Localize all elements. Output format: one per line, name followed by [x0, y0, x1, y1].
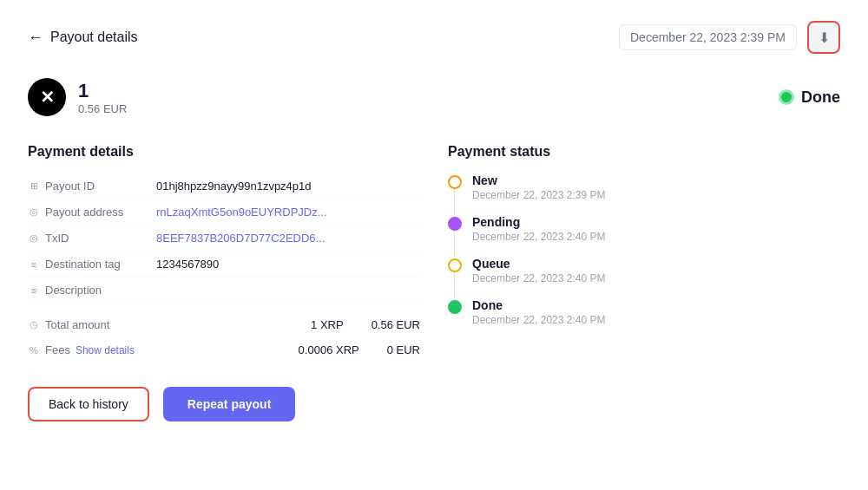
status-pending: Pending December 22, 2023 2:40 PM [448, 215, 840, 257]
payment-status-title: Payment status [448, 144, 840, 160]
description-label: ≡ Description [28, 284, 149, 297]
destination-tag-label: ≡ Destination tag [28, 258, 149, 271]
fees-icon: % [28, 344, 40, 356]
payment-details-section: Payment details ⊞ Payout ID 01hj8hpzz9na… [28, 144, 420, 421]
status-new-label: New [472, 173, 605, 187]
fees-values: 0.0006 XRP 0 EUR [299, 343, 420, 356]
show-details-link[interactable]: Show details [76, 344, 135, 356]
repeat-payout-button[interactable]: Repeat payout [163, 387, 295, 421]
action-buttons: Back to history Repeat payout [28, 387, 420, 421]
txid-icon: ◎ [28, 232, 40, 245]
done-status-label: Done [801, 88, 840, 107]
date-label: December 22, 2023 2:39 PM [619, 24, 797, 50]
txid-value[interactable]: 8EEF7837B206D7D77C2EDD6... [156, 232, 420, 245]
total-amount-label: ◷ Total amount [28, 318, 149, 331]
status-done-icon [448, 300, 462, 314]
payment-details-title: Payment details [28, 144, 420, 160]
destination-tag-row: ≡ Destination tag 1234567890 [28, 252, 420, 278]
payout-id-row: ⊞ Payout ID 01hj8hpzz9nayy99n1zvpz4p1d [28, 173, 420, 199]
asset-eur: 0.56 EUR [78, 102, 127, 115]
status-pending-time: December 22, 2023 2:40 PM [472, 231, 605, 243]
main-content: Payment details ⊞ Payout ID 01hj8hpzz9na… [28, 144, 840, 421]
destination-tag-icon: ≡ [28, 258, 40, 271]
fees-eur: 0 EUR [387, 343, 420, 356]
header-actions: December 22, 2023 2:39 PM ⬇ [619, 21, 840, 54]
payout-address-value[interactable]: rnLzaqXmtG5on9oEUYRDPJDz... [156, 206, 420, 219]
asset-details: 1 0.56 EUR [78, 80, 127, 115]
xrp-icon: ✕ [28, 78, 66, 116]
payout-id-value: 01hj8hpzz9nayy99n1zvpz4p1d [156, 180, 420, 193]
done-status: Done [779, 88, 840, 107]
asset-info: ✕ 1 0.56 EUR [28, 78, 127, 116]
download-button[interactable]: ⬇ [807, 21, 840, 54]
download-icon: ⬇ [819, 29, 830, 46]
payout-address-icon: ◎ [28, 206, 40, 219]
status-new-icon [448, 175, 462, 189]
back-nav[interactable]: ← Payout details [28, 29, 138, 47]
payout-id-label: ⊞ Payout ID [28, 180, 149, 193]
back-to-history-button[interactable]: Back to history [28, 387, 149, 421]
payout-address-label: ◎ Payout address [28, 206, 149, 219]
status-queue-label: Queue [472, 257, 605, 271]
status-new-time: December 22, 2023 2:39 PM [472, 189, 605, 201]
fees-row: % Fees Show details 0.0006 XRP 0 EUR [28, 337, 420, 363]
status-queue: Queue December 22, 2023 2:40 PM [448, 257, 840, 298]
asset-row: ✕ 1 0.56 EUR Done [28, 78, 840, 116]
done-status-icon [779, 89, 794, 105]
page-header: ← Payout details December 22, 2023 2:39 … [28, 21, 840, 54]
fees-label: % Fees Show details [28, 343, 149, 356]
total-amount-icon: ◷ [28, 319, 40, 331]
status-timeline: New December 22, 2023 2:39 PM Pending De… [448, 173, 840, 340]
total-amount-row: ◷ Total amount 1 XRP 0.56 EUR [28, 312, 420, 337]
description-row: ≡ Description [28, 278, 420, 304]
payout-id-icon: ⊞ [28, 180, 40, 193]
status-queue-time: December 22, 2023 2:40 PM [472, 272, 605, 284]
status-done-label: Done [472, 298, 605, 312]
asset-amount: 1 [78, 80, 127, 102]
status-pending-icon [448, 217, 462, 231]
txid-label: ◎ TxID [28, 232, 149, 245]
status-queue-icon [448, 258, 462, 272]
status-pending-text: Pending December 22, 2023 2:40 PM [472, 215, 605, 243]
txid-row: ◎ TxID 8EEF7837B206D7D77C2EDD6... [28, 225, 420, 252]
destination-tag-value: 1234567890 [156, 258, 420, 271]
payment-status-section: Payment status New December 22, 2023 2:3… [448, 144, 840, 421]
total-amount-values: 1 XRP 0.56 EUR [311, 318, 420, 331]
back-arrow-icon: ← [28, 29, 43, 47]
status-done: Done December 22, 2023 2:40 PM [448, 298, 840, 340]
total-eur: 0.56 EUR [372, 318, 420, 331]
status-done-text: Done December 22, 2023 2:40 PM [472, 298, 605, 326]
status-new: New December 22, 2023 2:39 PM [448, 173, 840, 215]
status-done-time: December 22, 2023 2:40 PM [472, 314, 605, 326]
status-pending-label: Pending [472, 215, 605, 229]
status-queue-text: Queue December 22, 2023 2:40 PM [472, 257, 605, 284]
status-new-text: New December 22, 2023 2:39 PM [472, 173, 605, 201]
description-icon: ≡ [28, 284, 40, 297]
fees-xrp: 0.0006 XRP [299, 343, 359, 356]
payout-address-row: ◎ Payout address rnLzaqXmtG5on9oEUYRDPJD… [28, 199, 420, 225]
total-xrp: 1 XRP [311, 318, 344, 331]
page-title: Payout details [50, 29, 138, 45]
